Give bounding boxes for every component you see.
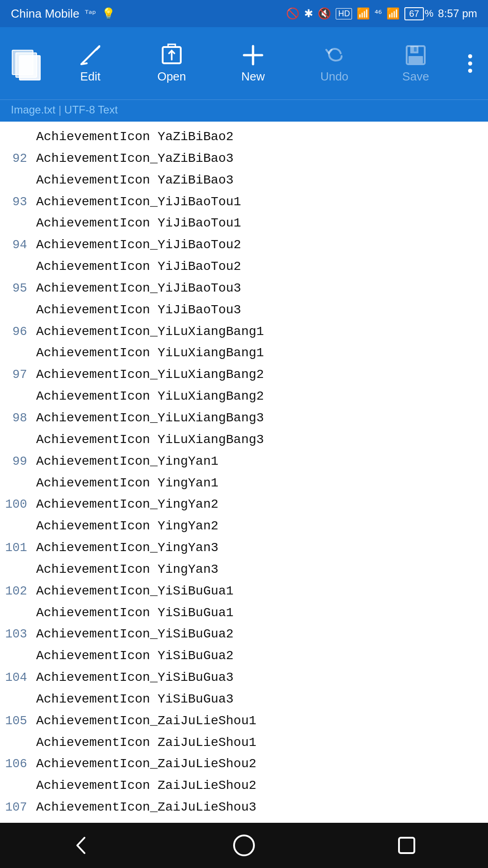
svg-rect-10 (408, 56, 423, 63)
new-button[interactable]: New (226, 39, 280, 88)
table-row: 98AchievementIcon_YiLuXiangBang3 (0, 407, 488, 429)
more-button[interactable] (456, 50, 483, 77)
line-text: AchievementIcon YaZiBiBao2 (36, 127, 234, 146)
back-button[interactable] (54, 830, 108, 861)
mute-icon: 🔇 (318, 7, 331, 20)
table-row: 105AchievementIcon_ZaiJuLieShou1 (0, 710, 488, 732)
table-row: .AchievementIcon YiJiBaoTou3 (0, 299, 488, 321)
line-number: 99 (0, 453, 36, 472)
line-text: AchievementIcon YiJiBaoTou3 (36, 300, 241, 320)
line-text: AchievementIcon YiJiBaoTou2 (36, 257, 241, 276)
line-text: AchievementIcon YingYan2 (36, 516, 218, 536)
toolbar: Edit Open New (0, 27, 488, 99)
lightbulb-icon: 💡 (102, 7, 115, 20)
line-number: . (0, 344, 36, 363)
text-content[interactable]: .AchievementIcon YaZiBiBao292Achievement… (0, 122, 488, 866)
line-number: . (0, 777, 36, 796)
save-label: Save (402, 70, 429, 84)
table-row: .AchievementIcon YaZiBiBao3 (0, 170, 488, 191)
table-row: .AchievementIcon YingYan1 (0, 472, 488, 494)
table-row: 101AchievementIcon_YingYan3 (0, 537, 488, 559)
status-carrier: China Mobile ᵀᵃᵖ 💡 (11, 7, 115, 21)
app-logo (5, 50, 50, 77)
open-label: Open (157, 70, 186, 84)
logo-pages-icon (12, 50, 42, 77)
dot-1 (468, 54, 472, 58)
line-number: 102 (0, 582, 36, 601)
signal-bars-icon: 📶 (386, 7, 400, 20)
battery-icon: 67% (404, 7, 433, 20)
line-text: AchievementIcon_YingYan3 (36, 538, 218, 557)
table-row: 94AchievementIcon_YiJiBaoTou2 (0, 234, 488, 256)
status-icons: 🚫 ✱ 🔇 HD 📶 ⁴⁶ 📶 67% 8:57 pm (286, 7, 477, 20)
line-text: AchievementIcon_ZaiJuLieShou1 (36, 711, 256, 731)
table-row: 103AchievementIcon_YiSiBuGua2 (0, 623, 488, 645)
filetype: Text (98, 104, 118, 116)
line-text: AchievementIcon_YiSiBuGua2 (36, 624, 234, 644)
table-row: 95AchievementIcon_YiJiBaoTou3 (0, 278, 488, 299)
recents-icon (394, 833, 419, 858)
recents-button[interactable] (380, 830, 434, 861)
open-icon (160, 43, 183, 67)
new-label: New (241, 70, 265, 84)
line-number: 94 (0, 236, 36, 255)
bluetooth-icon: ✱ (304, 7, 313, 20)
encoding: UTF-8 (64, 104, 95, 116)
back-icon (69, 833, 94, 858)
filename: Image.txt (11, 104, 56, 116)
line-text: AchievementIcon_YiLuXiangBang2 (36, 365, 264, 384)
line-text: AchievementIcon ZaiJuLieShou2 (36, 776, 256, 795)
svg-line-3 (81, 63, 87, 64)
line-text: AchievementIcon YiSiBuGua2 (36, 646, 234, 665)
table-row: .AchievementIcon YiLuXiangBang2 (0, 386, 488, 407)
open-button[interactable]: Open (145, 39, 199, 88)
line-number: . (0, 561, 36, 580)
line-text: AchievementIcon_YiLuXiangBang3 (36, 408, 264, 428)
line-number: . (0, 604, 36, 623)
line-number: 95 (0, 279, 36, 298)
edit-button[interactable]: Edit (63, 39, 117, 88)
undo-icon (323, 43, 346, 67)
table-row: 104AchievementIcon_YiSiBuGua3 (0, 667, 488, 689)
edit-label: Edit (80, 70, 101, 84)
dot-3 (468, 69, 472, 73)
toolbar-actions: Edit Open New (50, 39, 456, 88)
table-row: 102AchievementIcon_YiSiBuGua1 (0, 580, 488, 602)
line-number: 100 (0, 495, 36, 514)
wifi-icon: 📶 (357, 7, 370, 20)
line-number: . (0, 734, 36, 753)
line-text: AchievementIcon YiLuXiangBang2 (36, 387, 264, 406)
line-text: AchievementIcon_ZaiJuLieShou2 (36, 754, 256, 774)
signal-blocked-icon: 🚫 (286, 7, 300, 20)
line-text: AchievementIcon_YiJiBaoTou3 (36, 278, 241, 298)
line-number: 104 (0, 669, 36, 688)
home-button[interactable] (217, 830, 271, 861)
line-text: AchievementIcon_YingYan1 (36, 452, 218, 471)
undo-button[interactable]: Undo (307, 39, 361, 88)
table-row: 107AchievementIcon_ZaiJuLieShou3 (0, 797, 488, 818)
carrier-name: China Mobile (11, 7, 80, 21)
time-display: 8:57 pm (438, 7, 477, 20)
network-icon: ⁴⁶ (375, 8, 382, 19)
line-number: . (0, 301, 36, 320)
line-number: . (0, 128, 36, 147)
line-text: AchievementIcon YingYan3 (36, 560, 218, 579)
table-row: .AchievementIcon YaZiBiBao2 (0, 126, 488, 148)
line-text: AchievementIcon YiJiBaoTou1 (36, 213, 241, 233)
line-number: . (0, 214, 36, 233)
line-text: AchievementIcon_YiSiBuGua1 (36, 581, 234, 601)
svg-rect-13 (399, 838, 414, 853)
line-text: AchievementIcon_ZaiJuLieShou3 (36, 797, 256, 817)
save-button[interactable]: Save (389, 39, 443, 88)
line-text: AchievementIcon YiLuXiangBang3 (36, 430, 264, 449)
line-text: AchievementIcon_YingYan2 (36, 495, 218, 514)
line-number: . (0, 387, 36, 406)
line-text: AchievementIcon YiSiBuGua3 (36, 689, 234, 709)
edit-icon (79, 43, 102, 67)
line-number: 107 (0, 798, 36, 817)
hd-icon: HD (336, 8, 352, 19)
table-row: .AchievementIcon ZaiJuLieShou1 (0, 732, 488, 754)
table-row: .AchievementIcon YiLuXiangBang1 (0, 342, 488, 364)
line-text: AchievementIcon_YiLuXiangBang1 (36, 322, 264, 341)
svg-line-0 (83, 50, 96, 62)
